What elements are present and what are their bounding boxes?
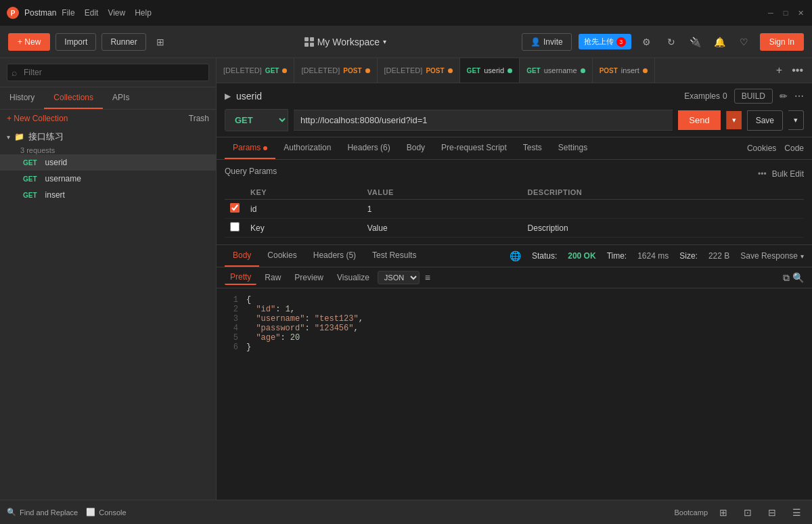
new-button[interactable]: + New (8, 33, 50, 51)
resp-tab-headers[interactable]: Headers (5) (305, 245, 364, 267)
req-tab-tests[interactable]: Tests (515, 137, 550, 159)
tab-insert[interactable]: POST insert (593, 58, 655, 83)
req-tab-headers[interactable]: Headers (6) (339, 137, 398, 159)
import-button[interactable]: Import (55, 33, 96, 51)
statusbar: 🔍 Find and Replace ⬜ Console Bootcamp ⊞ … (0, 500, 812, 524)
tab-post-3: POST (426, 67, 444, 74)
upload-button[interactable]: 抢先上传 3 (579, 34, 631, 49)
new-collection-button[interactable]: + New Collection (7, 114, 68, 123)
more-options-icon[interactable]: ⋯ (794, 91, 804, 102)
trash-button[interactable]: Trash (189, 114, 209, 123)
tab-collections[interactable]: Collections (44, 87, 103, 109)
req-tab-settings[interactable]: Settings (550, 137, 595, 159)
format-type-select[interactable]: JSON XML HTML Text (378, 271, 420, 284)
layout-toggle-1[interactable]: ⊞ (715, 504, 732, 521)
bootcamp-button[interactable]: Bootcamp (674, 508, 708, 517)
param-desc-1[interactable] (522, 200, 804, 219)
interceptor-icon[interactable]: 🔌 (687, 33, 704, 51)
param-checkbox-empty[interactable] (230, 222, 240, 232)
invite-button[interactable]: 👤 Invite (522, 33, 572, 51)
method-select[interactable]: GET POST PUT DELETE (225, 109, 288, 131)
send-dropdown-button[interactable]: ▾ (726, 111, 742, 129)
status-value: 200 OK (568, 251, 595, 261)
notification-icon[interactable]: 🔔 (711, 33, 729, 51)
resp-tab-cookies[interactable]: Cookies (259, 245, 304, 267)
cookies-link[interactable]: Cookies (747, 144, 776, 153)
copy-icon[interactable]: ⧉ (783, 272, 790, 284)
main-content: History Collections APIs + New Collectio… (0, 58, 812, 500)
more-options-button[interactable]: ••• (758, 169, 767, 179)
save-button[interactable]: Save (747, 110, 783, 131)
save-dropdown-button[interactable]: ▾ (788, 110, 804, 130)
request-item-username[interactable]: GET username (0, 171, 216, 187)
maximize-button[interactable]: □ (781, 8, 790, 18)
tab-userid[interactable]: GET userid (460, 58, 520, 83)
layout-toggle-4[interactable]: ☰ (788, 504, 805, 521)
resp-tab-test-results[interactable]: Test Results (364, 245, 424, 267)
tab-username[interactable]: GET username (520, 58, 592, 83)
param-key-empty[interactable]: Key (245, 219, 362, 238)
search-icon[interactable]: 🔍 (792, 272, 804, 283)
method-get-badge: GET (20, 175, 40, 183)
cookies-code-area: Cookies Code (747, 144, 804, 153)
format-preview-button[interactable]: Preview (289, 271, 329, 284)
req-tab-authorization[interactable]: Authorization (275, 137, 339, 159)
console-item[interactable]: ⬜ Console (86, 508, 126, 517)
format-pretty-button[interactable]: Pretty (225, 270, 256, 285)
tab-apis[interactable]: APIs (103, 87, 139, 109)
format-visualize-button[interactable]: Visualize (332, 271, 375, 284)
request-item-insert[interactable]: GET insert (0, 187, 216, 203)
more-tabs-button[interactable]: ••• (788, 63, 807, 78)
find-replace-item[interactable]: 🔍 Find and Replace (7, 508, 78, 517)
menu-edit[interactable]: Edit (85, 8, 99, 18)
signin-button[interactable]: Sign In (760, 33, 804, 51)
menu-file[interactable]: File (62, 8, 74, 18)
workspace-selector[interactable]: My Workspace ▾ (304, 37, 386, 47)
build-button[interactable]: BUILD (734, 89, 773, 104)
close-button[interactable]: ✕ (796, 8, 805, 18)
resp-tab-body[interactable]: Body (225, 245, 259, 267)
request-item-userid[interactable]: GET userid (0, 154, 216, 171)
bulk-edit-button[interactable]: Bulk Edit (772, 169, 804, 179)
param-value-empty[interactable]: Value (362, 219, 522, 238)
add-tab-button[interactable]: + (773, 63, 786, 78)
settings-icon[interactable]: ⚙ (638, 33, 656, 51)
sync-icon[interactable]: ↻ (662, 33, 680, 51)
tab-deleted-1[interactable]: [DELETED] GET (217, 58, 294, 83)
param-checkbox-1[interactable] (230, 203, 240, 213)
workspace-name-label: My Workspace (317, 37, 380, 47)
edit-icon[interactable]: ✏ (780, 91, 788, 102)
layout-toggle-3[interactable]: ⊟ (763, 504, 781, 521)
collection-header[interactable]: ▾ 📁 接口练习 (0, 127, 216, 146)
layout-toggle-2[interactable]: ⊡ (739, 504, 757, 521)
wrap-icon[interactable]: ≡ (425, 272, 430, 283)
runner-button[interactable]: Runner (102, 33, 145, 51)
layout-icon[interactable]: ⊞ (152, 33, 169, 51)
save-response-button[interactable]: Save Response ▾ (740, 251, 804, 261)
send-button[interactable]: Send (678, 110, 720, 130)
minimize-button[interactable]: ─ (766, 8, 775, 18)
titlebar-left: P Postman File Edit View Help (7, 7, 152, 19)
param-row-empty: Key Value Description (225, 219, 804, 238)
examples-label: Examples (684, 91, 720, 101)
req-tab-body[interactable]: Body (399, 137, 433, 159)
param-desc-empty[interactable]: Description (522, 219, 804, 238)
filter-input[interactable] (7, 64, 209, 81)
tab-deleted-3[interactable]: [DELETED] POST (378, 58, 460, 83)
url-input[interactable] (294, 110, 673, 131)
format-raw-button[interactable]: Raw (259, 271, 286, 284)
menu-view[interactable]: View (108, 8, 125, 18)
line-num-6: 6 (225, 343, 238, 352)
tab-history[interactable]: History (0, 87, 44, 109)
param-value-1[interactable]: 1 (362, 200, 522, 219)
expand-arrow[interactable]: ▶ (225, 91, 231, 101)
req-tab-pre-request[interactable]: Pre-request Script (433, 137, 515, 159)
req-tab-params[interactable]: Params (225, 137, 275, 159)
heart-icon[interactable]: ♡ (736, 33, 753, 51)
param-key-1[interactable]: id (245, 200, 362, 219)
menu-help[interactable]: Help (135, 8, 152, 18)
tab-deleted-2[interactable]: [DELETED] POST (294, 58, 377, 83)
examples-button[interactable]: Examples 0 (684, 91, 727, 101)
tab-get-username: GET (526, 67, 541, 74)
code-link[interactable]: Code (784, 144, 804, 153)
